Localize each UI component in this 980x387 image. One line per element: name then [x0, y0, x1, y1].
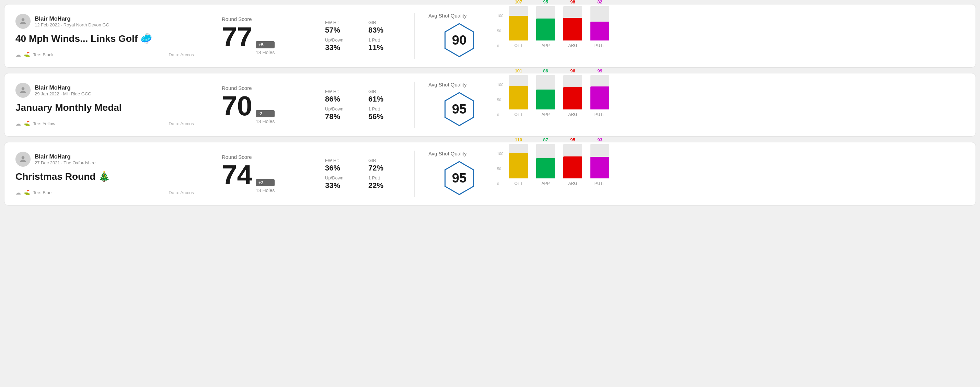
bar-col-arg: 98 ARG: [563, 6, 582, 48]
bar-fill-app: [536, 19, 555, 40]
updown-val: 33%: [325, 43, 357, 52]
user-name: Blair McHarg: [35, 153, 96, 160]
y-label-50: 50: [497, 29, 503, 33]
divider-2: [311, 82, 311, 128]
tee-row: ☁ ⛳ Tee: Yellow Data: Arccos: [16, 121, 194, 127]
bar-val-ott: 107: [515, 0, 522, 5]
user-icon: [19, 17, 27, 26]
bar-xlabel-arg: ARG: [568, 181, 577, 186]
score-section: Round Score 70 -2 18 Holes: [222, 85, 297, 125]
tee-icons: ☁ ⛳ Tee: Yellow: [16, 121, 55, 127]
updown-val: 78%: [325, 112, 357, 121]
round-title: Christmas Round 🎄: [16, 171, 194, 182]
bar-fill-arg: [563, 87, 582, 109]
weather-icon: ☁: [16, 189, 21, 196]
bar-xlabel-ott: OTT: [515, 181, 523, 186]
oneputt-val: 56%: [368, 112, 401, 121]
stats-section: FW Hit 57% GIR 83% Up/Down 33% 1 Putt 11…: [325, 20, 401, 52]
bar-bg-putt: [590, 144, 609, 178]
score-section: Round Score 74 +2 18 Holes: [222, 154, 297, 194]
round-title: January Monthly Medal: [16, 102, 194, 114]
gir-label: GIR: [368, 158, 401, 163]
bar-fill-ott: [509, 16, 528, 40]
stats-grid: FW Hit 57% GIR 83% Up/Down 33% 1 Putt 11…: [325, 20, 401, 52]
bar-fill-ott: [509, 153, 528, 178]
fw-hit-val: 86%: [325, 95, 357, 104]
bar-bg-app: [536, 6, 555, 40]
round-title: 40 Mph Winds... Links Golf 🥏: [16, 33, 194, 44]
score-row: 70 -2 18 Holes: [222, 92, 297, 124]
bar-bg-arg: [563, 144, 582, 178]
bar-xlabel-arg: ARG: [568, 112, 577, 117]
weather-icon: ☁: [16, 51, 21, 58]
user-info: Blair McHarg 12 Feb 2022 · Royal North D…: [35, 16, 109, 27]
bar-xlabel-putt: PUTT: [595, 181, 605, 186]
user-name: Blair McHarg: [35, 16, 109, 22]
bar-xlabel-app: APP: [541, 181, 550, 186]
score-label: Round Score: [222, 85, 297, 91]
user-info: Blair McHarg 29 Jan 2022 · Mill Ride GCC: [35, 84, 91, 97]
bar-col-ott: 101 OTT: [509, 75, 528, 117]
quality-label: Avg Shot Quality: [428, 82, 466, 87]
divider-2: [311, 151, 311, 197]
quality-label: Avg Shot Quality: [428, 13, 466, 19]
score-badge-col: +2 18 Holes: [256, 179, 275, 193]
bar-col-putt: 93 PUTT: [590, 144, 609, 186]
bar-val-arg: 96: [570, 68, 575, 73]
hexagon-container: 95: [441, 90, 478, 128]
bag-icon: ⛳: [24, 121, 30, 127]
user-name: Blair McHarg: [35, 84, 91, 91]
tee-label: Tee: Blue: [33, 190, 51, 195]
hexagon-container: 95: [441, 159, 478, 197]
stat-updown: Up/Down 33%: [325, 37, 357, 52]
stat-gir: GIR 72%: [368, 158, 401, 173]
tee-icons: ☁ ⛳ Tee: Black: [16, 51, 54, 58]
bar-val-putt: 93: [597, 137, 602, 143]
bar-bg-putt: [590, 6, 609, 40]
tee-icons: ☁ ⛳ Tee: Blue: [16, 189, 51, 196]
tee-label: Tee: Yellow: [33, 121, 55, 126]
stat-fw-hit: FW Hit 86%: [325, 89, 357, 104]
y-label-0: 0: [497, 44, 503, 48]
holes-label: 18 Holes: [256, 188, 275, 193]
score-diff-badge: -2: [256, 110, 275, 117]
user-icon: [19, 86, 27, 95]
score-label: Round Score: [222, 16, 297, 22]
svg-point-2: [22, 157, 25, 160]
chart-section: 100 50 0 101 OTT 86 APP 96: [490, 82, 964, 127]
bar-col-arg: 95 ARG: [563, 144, 582, 186]
bar-bg-putt: [590, 75, 609, 109]
user-meta: 29 Jan 2022 · Mill Ride GCC: [35, 91, 91, 97]
oneputt-label: 1 Putt: [368, 37, 401, 43]
data-source-label: Data: Arccos: [169, 121, 194, 126]
svg-point-0: [22, 19, 25, 22]
bar-bg-arg: [563, 75, 582, 109]
score-badge-col: +5 18 Holes: [256, 41, 275, 55]
bar-xlabel-app: APP: [541, 43, 550, 48]
bar-chart-area: 100 50 0 110 OTT 87 APP 95: [497, 152, 964, 196]
fw-hit-val: 57%: [325, 26, 357, 35]
avatar: [16, 14, 30, 29]
bar-xlabel-putt: PUTT: [595, 112, 605, 117]
bar-fill-putt: [590, 22, 609, 40]
bar-col-putt: 99 PUTT: [590, 75, 609, 117]
bar-col-ott: 107 OTT: [509, 6, 528, 48]
avatar: [16, 82, 30, 98]
bag-icon: ⛳: [24, 189, 30, 195]
oneputt-label: 1 Putt: [368, 175, 401, 181]
data-source-label: Data: Arccos: [169, 190, 194, 195]
user-meta: 12 Feb 2022 · Royal North Devon GC: [35, 22, 109, 27]
updown-label: Up/Down: [325, 37, 357, 43]
user-row: Blair McHarg 27 Dec 2021 · The Oxfordshi…: [16, 152, 194, 167]
stat-oneputt: 1 Putt 11%: [368, 37, 401, 52]
hexagon-score: 90: [452, 33, 466, 48]
bar-val-ott: 110: [515, 137, 522, 143]
divider-3: [414, 82, 415, 128]
bar-xlabel-putt: PUTT: [595, 43, 605, 48]
bar-val-putt: 99: [597, 68, 602, 73]
score-badge-col: -2 18 Holes: [256, 110, 275, 124]
y-label-100: 100: [497, 82, 503, 87]
score-number: 74: [222, 161, 252, 189]
left-section-round3: Blair McHarg 27 Dec 2021 · The Oxfordshi…: [16, 152, 194, 196]
bar-bg-arg: [563, 6, 582, 40]
